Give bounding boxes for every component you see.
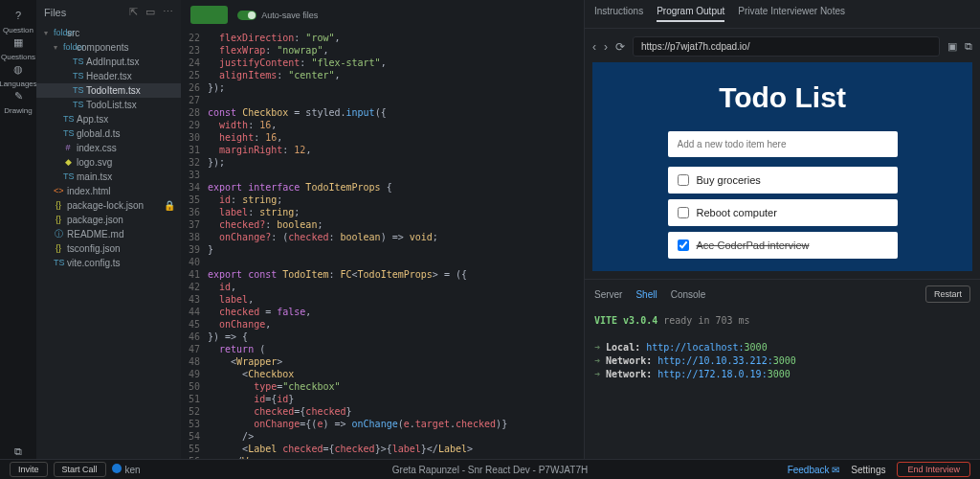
file-src[interactable]: ▾foldersrc [36,26,181,40]
file-icon: TS [54,256,63,270]
pencil-icon: ✎ [11,88,26,103]
file-icon: TS [63,126,73,141]
todo-label: Buy groceries [697,174,761,186]
settings-link[interactable]: Settings [851,465,885,475]
file-icon: # [63,141,73,155]
file-icon: TS [73,55,82,69]
reload-icon[interactable]: ⟳ [615,40,625,54]
right-tabs: InstructionsProgram OutputPrivate Interv… [585,0,980,29]
file-icon: folder [54,26,63,40]
end-interview-button[interactable]: End Interview [897,462,970,477]
file-icon: TS [73,69,82,83]
code-area[interactable]: 22 flexDirection: "row",23 flexWrap: "no… [181,30,584,459]
file-tsconfig.json[interactable]: {}tsconfig.json [36,241,181,256]
file-TodoItem.tsx[interactable]: TSTodoItem.tsx [36,83,181,98]
file-icon: folder [63,40,73,55]
invite-button[interactable]: Invite [10,462,48,477]
forward-icon[interactable]: › [604,40,608,54]
preview-title: Todo List [719,81,846,114]
file-package-lock.json[interactable]: {}package-lock.json🔒 [36,198,181,213]
todo-checkbox[interactable] [678,240,689,251]
file-icon: TS [63,112,73,126]
file-icon: TS [73,83,82,98]
open-external-icon[interactable]: ⧉ [965,40,972,53]
restart-button[interactable]: Restart [925,285,970,303]
file-main.tsx[interactable]: TSmain.tsx [36,170,181,184]
tab-instructions[interactable]: Instructions [594,6,643,22]
todo-label: Ace CoderPad interview [697,240,810,251]
file-AddInput.tsx[interactable]: TSAddInput.tsx [36,55,181,69]
term-tab-server[interactable]: Server [594,289,622,300]
app-preview: Todo List Buy groceriesReboot computerAc… [592,62,972,271]
terminal-tabs: ServerShellConsoleRestart [585,280,980,308]
todo-input[interactable] [668,131,898,157]
new-file-icon[interactable]: ⇱ [129,6,138,18]
file-icon: {} [54,241,63,256]
term-tab-console[interactable]: Console [671,289,706,300]
todo-label: Reboot computer [697,207,777,218]
file-icon: ◆ [63,155,73,170]
todo-item: Reboot computer [668,199,898,226]
tool-pencil[interactable]: ✎Drawing [0,88,37,115]
tool-grid[interactable]: ▦Questions [0,34,37,61]
file-global.d.ts[interactable]: TSglobal.d.ts [36,126,181,141]
file-logo.svg[interactable]: ◆logo.svg [36,155,181,170]
session-title: Greta Rapunzel - Snr React Dev - P7WJAT7… [392,465,588,475]
file-package.json[interactable]: {}package.json [36,213,181,227]
question-icon: ? [11,8,26,23]
file-Header.tsx[interactable]: TSHeader.tsx [36,69,181,83]
code-editor: Auto-save files 22 flexDirection: "row",… [181,0,584,459]
user-badge[interactable]: ken [112,464,141,475]
file-icon: ⓘ [54,227,63,241]
todo-item: Buy groceries [668,167,898,194]
back-icon[interactable]: ‹ [592,40,596,54]
autosave-toggle[interactable]: Auto-save files [237,11,318,20]
globe-icon: ◍ [11,61,26,77]
file-index.html[interactable]: <>index.html [36,184,181,198]
start-call-button[interactable]: Start Call [54,462,106,477]
todo-checkbox[interactable] [678,207,689,218]
avatar-icon [112,464,122,473]
file-icon: TS [63,170,73,184]
feedback-link[interactable]: Feedback ✉ [788,465,840,475]
tool-globe[interactable]: ◍Languages [0,61,37,88]
footer: Invite Start Call ken Greta Rapunzel - S… [0,459,980,479]
file-icon: TS [73,98,82,112]
file-explorer: Files ⇱ ▭ ⋯ ▾foldersrc▾foldercomponentsT… [36,0,181,459]
todo-item: Ace CoderPad interview [668,232,898,259]
file-README.md[interactable]: ⓘREADME.md [36,227,181,241]
file-vite.config.ts[interactable]: TSvite.config.ts [36,256,181,270]
term-tab-shell[interactable]: Shell [635,289,657,300]
more-icon[interactable]: ⋯ [163,6,173,18]
file-index.css[interactable]: #index.css [36,141,181,155]
copy-icon[interactable]: ⧉ [11,444,26,459]
file-icon: <> [54,184,63,198]
files-title: Files [44,7,66,18]
left-icon-bar: ?Question▦Questions◍Languages✎Drawing ⧉ [0,0,36,459]
run-button[interactable] [190,6,228,24]
file-icon: {} [54,198,63,213]
new-folder-icon[interactable]: ▭ [145,6,155,18]
file-components[interactable]: ▾foldercomponents [36,40,181,55]
tool-question[interactable]: ?Question [0,8,37,34]
terminal-output[interactable]: VITE v3.0.4 ready in 703 ms ➜ Local: htt… [585,308,980,459]
url-bar[interactable]: https://p7wjat7h.cdpad.io/ [633,36,940,57]
file-App.tsx[interactable]: TSApp.tsx [36,112,181,126]
tab-program-output[interactable]: Program Output [657,6,724,22]
chart-icon[interactable]: ▣ [947,40,957,53]
lock-icon: 🔒 [164,198,181,213]
toggle-switch-icon[interactable] [237,11,256,20]
grid-icon: ▦ [11,34,26,50]
todo-checkbox[interactable] [678,174,689,186]
tab-private-interviewer-notes[interactable]: Private Interviewer Notes [738,6,845,22]
file-icon: {} [54,213,63,227]
file-TodoList.tsx[interactable]: TSTodoList.tsx [36,98,181,112]
